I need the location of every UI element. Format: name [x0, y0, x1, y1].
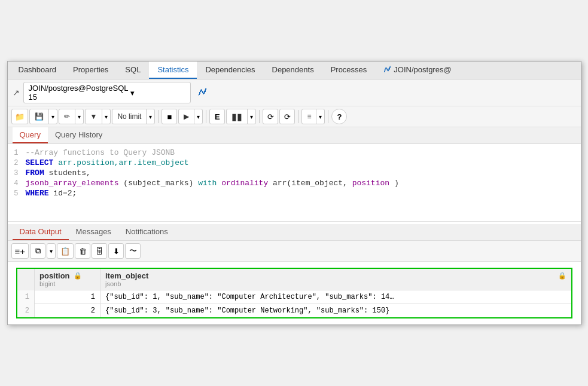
nolimit-label: No limit	[112, 112, 146, 121]
line-num-5: 5	[8, 189, 26, 198]
add-row-button[interactable]: ≡+	[11, 243, 29, 259]
explain-button[interactable]: E	[209, 109, 225, 124]
nolimit-dropdown[interactable]: No limit ▾	[112, 109, 155, 124]
copy-dropdown[interactable]: ▾	[47, 243, 56, 259]
nav-tabs: Dashboard Properties SQL Statistics Depe…	[8, 62, 581, 79]
output-toolbar: ≡+ ⧉ ▾ 📋 🗑 🗄 ⬇ 〜	[8, 241, 581, 262]
cell-item-object-1: {"sub_id": 1, "sub_name": "Computer Arch…	[100, 290, 572, 304]
sync2-button[interactable]: ⟳	[279, 109, 295, 124]
filter-dropdown[interactable]: ▼ ▾	[85, 109, 111, 124]
sql-editor[interactable]: 1 --Array functions to Query JSONB 2 SEL…	[8, 144, 581, 222]
sql-line-5: 5 WHERE id=2;	[8, 188, 581, 198]
save-label: 💾	[30, 112, 48, 121]
chevron-down-icon: ▾	[130, 88, 185, 97]
line-num-1: 1	[8, 149, 26, 157]
tab-sql[interactable]: SQL	[117, 62, 149, 79]
cell-item-object-2: {"sub_id": 3, "sub_name": "Computer Netw…	[100, 304, 572, 318]
line-num-3: 3	[8, 169, 26, 177]
copy-button[interactable]: ⧉	[30, 243, 45, 259]
table-header-row: position 🔒 bigint item_object 🔒 jsonb	[17, 268, 572, 290]
history-chevron-icon[interactable]: ▾	[316, 109, 324, 124]
db-tab-icon: 🗲	[383, 65, 391, 74]
tab-messages[interactable]: Messages	[69, 224, 118, 240]
tab-processes[interactable]: Processes	[322, 62, 376, 79]
run-dropdown[interactable]: ▶ ▾	[178, 109, 203, 124]
edit-label: ✏	[59, 112, 75, 121]
tab-dashboard[interactable]: Dashboard	[10, 62, 65, 79]
sql-line-4: 4 jsonb_array_elements (subject_marks) w…	[8, 178, 581, 188]
line-num-2: 2	[8, 159, 26, 167]
nolimit-chevron-icon[interactable]: ▾	[146, 109, 154, 124]
sql-line-1: 1 --Array functions to Query JSONB	[8, 148, 581, 158]
results-container: position 🔒 bigint item_object 🔒 jsonb	[8, 262, 581, 324]
separator-1	[158, 110, 159, 123]
tab-dependencies[interactable]: Dependencies	[197, 62, 263, 79]
connection-icon: ↗	[13, 88, 20, 97]
save-dropdown[interactable]: 💾 ▾	[29, 109, 57, 124]
tab-query[interactable]: Query	[13, 127, 48, 143]
separator-4	[298, 110, 298, 123]
chart-dropdown[interactable]: ▮▮ ▾	[226, 109, 256, 124]
row-num-1: 1	[17, 290, 35, 304]
save-chevron-icon[interactable]: ▾	[48, 109, 57, 124]
tab-notifications[interactable]: Notifications	[118, 224, 175, 240]
tab-join-postgres[interactable]: 🗲 JOIN/postgres@	[375, 62, 459, 79]
lock-icon-item-object: 🔒	[558, 272, 566, 280]
connection-bar: ↗ JOIN/postgres@PostgreSQL 15 ▾ 🗲	[8, 79, 581, 106]
history-label: ≡	[302, 112, 316, 121]
connection-label: JOIN/postgres@PostgreSQL 15	[29, 84, 129, 102]
sql-content-2: SELECT arr.position,arr.item_object	[26, 158, 581, 167]
row-num-header	[17, 268, 35, 290]
tab-dependents[interactable]: Dependents	[264, 62, 322, 79]
edit-chevron-icon[interactable]: ▾	[75, 109, 83, 124]
separator-2	[206, 110, 206, 123]
table-row: 1 1 {"sub_id": 1, "sub_name": "Computer …	[17, 290, 572, 304]
cell-position-1: 1	[35, 290, 100, 304]
chart-label: ▮▮	[227, 111, 247, 122]
paste-button[interactable]: 📋	[57, 243, 74, 259]
sql-content-1: --Array functions to Query JSONB	[26, 148, 581, 157]
edit-dropdown[interactable]: ✏ ▾	[59, 109, 84, 124]
download-button[interactable]: ⬇	[108, 243, 124, 259]
copy-chevron-icon[interactable]: ▾	[47, 244, 55, 258]
tab-statistics[interactable]: Statistics	[149, 62, 197, 79]
chart-chevron-icon[interactable]: ▾	[247, 109, 255, 124]
connection-selector[interactable]: JOIN/postgres@PostgreSQL 15 ▾	[23, 82, 191, 103]
row-num-2: 2	[17, 304, 35, 318]
col-header-position: position 🔒 bigint	[35, 268, 100, 290]
server-icon: 🗲	[194, 85, 211, 100]
tab-query-history[interactable]: Query History	[48, 127, 109, 143]
filter-chevron-icon[interactable]: ▾	[102, 109, 110, 124]
lock-icon-position: 🔒	[74, 272, 82, 280]
delete-button[interactable]: 🗑	[75, 243, 90, 259]
cell-position-2: 2	[35, 304, 100, 318]
output-tabs: Data Output Messages Notifications	[8, 224, 581, 241]
main-window: Dashboard Properties SQL Statistics Depe…	[7, 61, 581, 325]
run-label: ▶	[179, 112, 194, 121]
separator-3	[259, 110, 260, 123]
sql-line-2: 2 SELECT arr.position,arr.item_object	[8, 158, 581, 168]
sql-content-4: jsonb_array_elements (subject_marks) wit…	[26, 179, 581, 188]
sql-line-3: 3 FROM students,	[8, 168, 581, 178]
sync-button[interactable]: ⟳	[263, 109, 278, 124]
results-table: position 🔒 bigint item_object 🔒 jsonb	[16, 268, 572, 318]
filter-label: ▼	[86, 112, 102, 121]
separator-5	[328, 110, 328, 123]
table-row: 2 2 {"sub_id": 3, "sub_name": "Computer …	[17, 304, 572, 318]
tab-data-output[interactable]: Data Output	[13, 224, 69, 240]
col-header-item-object: item_object 🔒 jsonb	[100, 268, 572, 290]
editor-tabs: Query Query History	[8, 127, 581, 144]
open-file-button[interactable]: 📁	[11, 109, 28, 124]
tab-properties[interactable]: Properties	[65, 62, 117, 79]
help-button[interactable]: ?	[331, 109, 347, 124]
run-chevron-icon[interactable]: ▾	[194, 109, 202, 124]
main-toolbar: 📁 💾 ▾ ✏ ▾ ▼ ▾ No limit ▾ ■ ▶ ▾ E ▮▮ ▾ ⟳	[8, 106, 581, 127]
line-num-4: 4	[8, 179, 26, 188]
graph-button[interactable]: 〜	[125, 243, 141, 259]
sql-content-3: FROM students,	[26, 169, 581, 177]
table-button[interactable]: 🗄	[92, 243, 107, 259]
history-dropdown[interactable]: ≡ ▾	[301, 109, 325, 124]
stop-button[interactable]: ■	[162, 109, 177, 124]
sql-content-5: WHERE id=2;	[26, 189, 581, 198]
